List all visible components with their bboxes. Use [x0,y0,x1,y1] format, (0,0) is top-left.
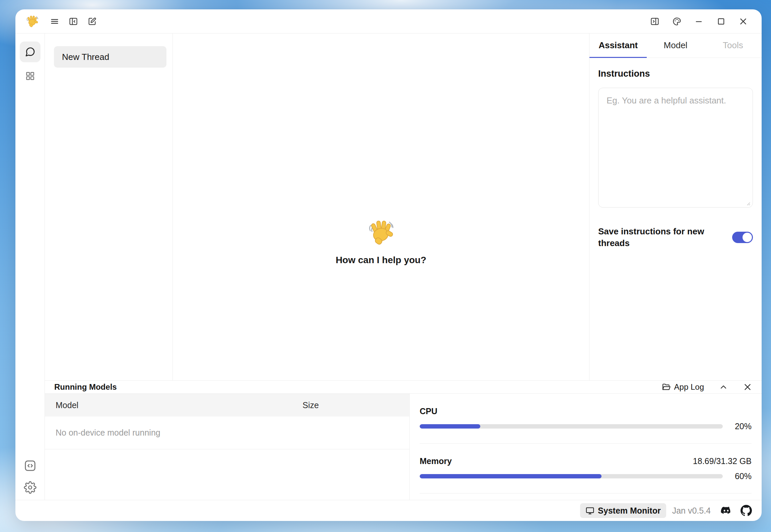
close-icon [743,382,752,392]
settings-button[interactable] [24,481,37,494]
chevron-up-icon [719,382,728,392]
assistant-panel-tabs: Assistant Model Tools [589,33,762,58]
column-header-model: Model [56,400,302,410]
empty-state: How can I help you? [336,219,426,265]
memory-usage: 18.69/31.32 GB [693,456,752,466]
table-empty-row: No on-device model running [45,416,409,449]
statusbar: System Monitor Jan v0.5.4 [15,500,762,521]
jan-wave-logo-icon [25,15,39,28]
tab-model[interactable]: Model [647,33,704,58]
theme-palette-icon[interactable] [672,16,682,26]
running-models-table: Model Size No on-device model running [45,394,410,500]
code-square-icon [23,459,37,472]
settings-gear-icon [24,481,37,494]
table-header-row: Model Size [45,394,409,416]
apps-grid-icon [25,71,36,81]
app-version: Jan v0.5.4 [672,506,711,516]
collapse-panel-button[interactable] [719,382,728,392]
hub-nav-button[interactable] [20,66,41,86]
system-monitor-panel: Running Models App Log [45,380,762,500]
tab-assistant[interactable]: Assistant [589,33,647,58]
local-api-server-button[interactable] [23,459,37,472]
minimize-icon[interactable] [694,16,704,26]
discord-icon[interactable] [720,505,732,517]
memory-label: Memory [420,456,452,466]
close-icon[interactable] [738,16,748,26]
app-window: New Thread [15,9,762,521]
instructions-label: Instructions [598,69,753,79]
app-log-button[interactable]: App Log [661,382,704,392]
thread-list-item[interactable]: New Thread [54,46,166,68]
system-monitor-label: System Monitor [598,506,661,516]
instructions-textarea[interactable] [598,88,753,208]
maximize-icon[interactable] [716,16,726,26]
memory-row: Memory 18.69/31.32 GB 60% [420,444,752,493]
monitor-icon [585,506,594,515]
memory-progress-fill [420,474,602,478]
running-models-title: Running Models [54,382,117,392]
memory-percent: 60% [730,471,752,481]
waving-hand-emoji [367,219,395,247]
cpu-row: CPU 20% [420,394,752,444]
resize-grip-icon[interactable] [745,201,751,206]
save-instructions-label: Save instructions for new threads [598,226,705,249]
github-icon[interactable] [740,505,752,517]
resource-monitor: CPU 20% Memory 18.69/31.32 G [410,394,762,500]
panel-right-icon[interactable] [650,16,660,26]
menu-icon[interactable] [50,16,60,26]
new-thread-icon[interactable] [87,16,97,26]
close-panel-button[interactable] [743,382,752,392]
cpu-percent: 20% [730,422,752,431]
column-header-size: Size [302,400,399,410]
panel-left-icon[interactable] [68,16,78,26]
app-log-label: App Log [674,382,704,392]
save-instructions-toggle[interactable] [732,232,753,243]
assistant-panel: Assistant Model Tools Instructions [589,33,762,380]
icon-rail [15,33,45,500]
memory-progress-bar [420,474,723,478]
cpu-progress-bar [420,424,723,429]
thread-title: New Thread [62,52,109,62]
cpu-label: CPU [420,406,752,416]
system-monitor-button[interactable]: System Monitor [580,503,666,518]
cpu-progress-fill [420,424,480,429]
tab-tools[interactable]: Tools [704,33,762,58]
chat-area: How can I help you? [173,33,589,380]
chat-bubble-icon [25,47,36,57]
threads-nav-button[interactable] [20,42,41,62]
folder-open-icon [661,382,671,392]
titlebar [15,9,762,33]
toggle-knob [743,233,752,242]
thread-list-panel: New Thread [45,33,173,380]
greeting-text: How can I help you? [336,255,426,265]
